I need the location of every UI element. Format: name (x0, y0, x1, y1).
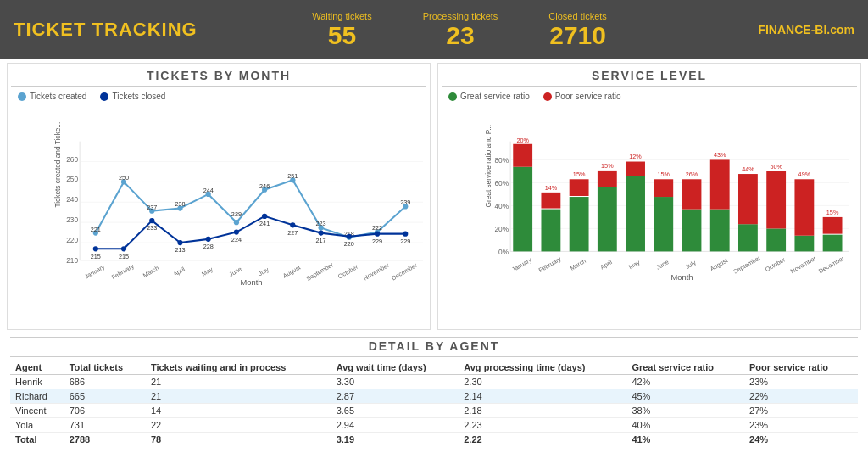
header: TICKET TRACKING Waiting tickets 55 Proce… (0, 0, 868, 59)
legend-created: Tickets created (18, 92, 86, 101)
svg-rect-122 (766, 228, 786, 251)
legend-poor-label: Poor service ratio (555, 92, 621, 101)
svg-text:244: 244 (203, 187, 214, 194)
svg-text:50%: 50% (770, 163, 782, 171)
col-agent: Agent (10, 361, 64, 375)
svg-rect-108 (654, 179, 673, 197)
svg-text:20%: 20% (516, 137, 529, 144)
svg-rect-86 (513, 167, 532, 252)
waiting-tickets-stat: Waiting tickets 55 (312, 11, 372, 49)
svg-point-59 (375, 232, 380, 237)
svg-text:60%: 60% (494, 179, 509, 187)
svg-text:September: September (732, 254, 763, 276)
cell-agent: Richard (10, 389, 64, 404)
svg-text:June: June (654, 258, 670, 271)
cell-poor: 27% (744, 404, 858, 418)
cell-agent: Yola (10, 418, 64, 433)
svg-rect-116 (710, 159, 730, 209)
cell-total-avg-proc: 2.22 (459, 433, 626, 447)
svg-text:March: March (569, 257, 587, 272)
cell-avg-wait: 2.87 (331, 389, 459, 404)
svg-text:229: 229 (400, 238, 410, 245)
svg-point-52 (177, 240, 182, 245)
legend-closed-label: Tickets closed (112, 92, 165, 101)
svg-text:Month: Month (241, 278, 263, 287)
brand: FINANCE-BI.com (719, 23, 854, 36)
svg-point-53 (206, 237, 211, 242)
svg-rect-104 (626, 162, 645, 176)
bar-chart-svg: Great service ratio and P... 0% 20% 40% … (484, 106, 854, 309)
col-great: Great service ratio (626, 361, 744, 375)
cell-avg-proc: 2.18 (459, 404, 626, 418)
svg-text:November: November (789, 254, 818, 275)
svg-rect-126 (794, 236, 814, 252)
cell-waiting: 14 (146, 404, 331, 418)
cell-waiting: 22 (146, 418, 331, 433)
cell-great: 45% (626, 389, 744, 404)
cell-avg-proc: 2.30 (459, 375, 626, 389)
cell-avg-proc: 2.23 (459, 418, 626, 433)
col-waiting: Tickets waiting and in process (146, 361, 331, 375)
svg-point-56 (290, 222, 295, 227)
closed-tickets-stat: Closed tickets 2710 (548, 11, 606, 49)
svg-rect-90 (541, 210, 560, 252)
svg-text:20%: 20% (494, 225, 509, 233)
col-poor: Poor service ratio (744, 361, 858, 375)
svg-text:228: 228 (203, 243, 214, 250)
svg-text:October: October (764, 255, 787, 273)
svg-rect-96 (570, 179, 589, 196)
legend-great-label: Great service ratio (460, 92, 530, 101)
svg-rect-88 (513, 144, 532, 167)
svg-text:26%: 26% (686, 171, 698, 178)
table-row: Vincent 706 14 3.65 2.18 38% 27% (10, 404, 858, 418)
tickets-legend: Tickets created Tickets closed (11, 90, 426, 103)
svg-rect-124 (766, 171, 786, 228)
svg-text:237: 237 (147, 204, 157, 211)
legend-poor: Poor service ratio (543, 92, 621, 101)
svg-text:221: 221 (91, 226, 101, 233)
svg-text:230: 230 (66, 215, 78, 224)
svg-text:233: 233 (147, 224, 157, 232)
table-title: DETAIL BY AGENT (10, 337, 858, 357)
svg-text:227: 227 (287, 229, 298, 237)
svg-text:December: December (817, 254, 846, 275)
svg-text:September: September (305, 260, 336, 282)
cell-poor: 23% (744, 418, 858, 433)
svg-text:December: December (390, 261, 419, 282)
svg-text:238: 238 (175, 200, 185, 208)
svg-text:44%: 44% (742, 165, 754, 173)
svg-text:August: August (281, 264, 302, 280)
svg-text:May: May (627, 258, 642, 271)
brand-part3: .com (826, 23, 854, 36)
svg-text:215: 215 (91, 253, 101, 260)
cell-poor: 22% (744, 389, 858, 404)
legend-closed-dot (100, 92, 108, 101)
svg-rect-114 (710, 210, 730, 252)
svg-text:14%: 14% (545, 184, 558, 192)
svg-rect-120 (738, 174, 758, 224)
cell-waiting: 21 (146, 389, 331, 404)
svg-text:August: August (709, 256, 729, 272)
svg-text:15%: 15% (826, 209, 839, 216)
cell-total: 686 (64, 375, 146, 389)
table-total-row: Total 2788 78 3.19 2.22 41% 24% (10, 433, 858, 447)
svg-text:260: 260 (66, 155, 78, 164)
svg-text:February: February (110, 262, 136, 281)
col-total: Total tickets (64, 361, 146, 375)
legend-great-dot (448, 92, 457, 101)
svg-text:241: 241 (259, 220, 270, 227)
col-avg-proc: Avg processing time (days) (459, 361, 626, 375)
closed-label: Closed tickets (548, 11, 606, 21)
svg-text:February: February (537, 255, 563, 274)
legend-great: Great service ratio (448, 92, 530, 101)
cell-total-waiting: 78 (146, 433, 331, 447)
closed-value: 2710 (548, 21, 606, 49)
svg-rect-100 (598, 171, 617, 187)
svg-text:July: July (684, 259, 698, 271)
svg-text:0%: 0% (498, 248, 509, 256)
svg-rect-98 (598, 187, 617, 252)
svg-text:223: 223 (316, 220, 326, 227)
svg-text:229: 229 (231, 210, 242, 218)
svg-text:April: April (172, 265, 186, 277)
svg-text:October: October (337, 263, 359, 281)
